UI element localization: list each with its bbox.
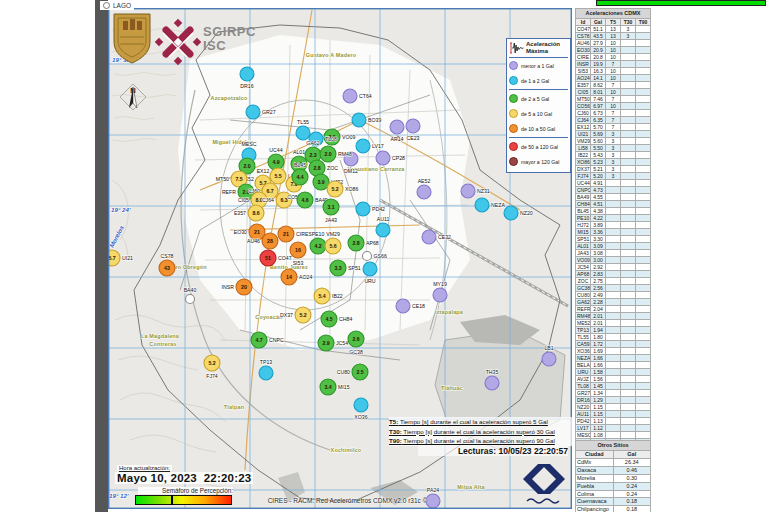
station-marker[interactable]: [461, 184, 475, 198]
table-row: GA622.28: [576, 299, 651, 306]
station-label: CS78: [161, 253, 174, 259]
lago-checkbox-icon[interactable]: [103, 2, 110, 9]
station-label: VM29: [326, 231, 340, 237]
legend-color-dot: [509, 157, 518, 166]
station-value: 21: [283, 231, 289, 237]
station-label: XO86: [345, 186, 358, 192]
station-label: AP68: [366, 240, 379, 246]
station-TP13[interactable]: TP13: [259, 359, 273, 381]
station-marker[interactable]: [542, 352, 556, 366]
station-value: 5.4: [318, 293, 325, 299]
station-marker[interactable]: [390, 120, 404, 134]
lago-label: LAGO: [113, 2, 131, 9]
station-value: 4.5: [325, 316, 332, 322]
station-label: UC44: [269, 147, 282, 153]
station-MY19[interactable]: MY19: [433, 281, 447, 303]
station-VM29[interactable]: 5.6VM29: [325, 231, 341, 255]
station-marker[interactable]: [354, 398, 368, 412]
station-BL45[interactable]: 4.4BL45: [292, 162, 308, 186]
station-value: 2.0: [324, 151, 331, 157]
coordinate-label: 19° 24': [111, 206, 131, 213]
station-value: 5.7: [108, 255, 115, 261]
station-marker[interactable]: [356, 202, 370, 216]
station-label: BL45: [294, 162, 306, 168]
table-row: NEZA1.66: [576, 355, 651, 362]
station-AR14[interactable]: AR14: [390, 120, 404, 142]
legend-color-dot: [509, 94, 518, 103]
station-GA62[interactable]: 2.3GA62: [305, 140, 321, 164]
sgirpc-line2: ISC: [203, 39, 256, 53]
table-header-row: IdGalT5T30T90: [576, 19, 651, 26]
station-XO36[interactable]: XO36: [354, 398, 368, 420]
table-row: HJ723.89: [576, 222, 651, 229]
table-row: BA494.55: [576, 194, 651, 201]
station-label: BO39: [368, 117, 381, 123]
station-marker[interactable]: [475, 198, 489, 212]
station-marker[interactable]: [376, 223, 390, 237]
station-marker[interactable]: [259, 366, 273, 380]
station-AE52[interactable]: AE52: [417, 178, 431, 200]
station-label: UI21: [122, 255, 133, 261]
station-marker[interactable]: [296, 126, 310, 140]
table-row: AP682.83: [576, 271, 651, 278]
station-UC44[interactable]: 4.9UC44: [268, 147, 284, 171]
station-label: FJ74: [206, 373, 218, 379]
station-value: 5.5: [274, 173, 281, 179]
station-value: 3.1: [327, 204, 334, 210]
table-row: Colima0.24: [576, 490, 651, 498]
station-marker[interactable]: [376, 151, 390, 165]
table-row: CO566.9710: [576, 103, 651, 110]
station-marker[interactable]: [417, 185, 431, 199]
station-marker[interactable]: [343, 89, 357, 103]
station-value: 16: [295, 247, 301, 253]
table-row: CA591.72: [576, 341, 651, 348]
station-AU11[interactable]: AU11: [376, 216, 390, 238]
station-PE10[interactable]: 4.2PE10: [310, 231, 326, 255]
legend-item: mayor a 120 Gal: [509, 154, 568, 169]
station-marker[interactable]: [396, 299, 410, 313]
station-CE23[interactable]: CE23: [406, 119, 420, 141]
station-marker[interactable]: [485, 376, 499, 390]
table-row: VM295.603: [576, 138, 651, 145]
station-value: 2.8: [313, 165, 320, 171]
station-label: PD42: [372, 206, 385, 212]
station-URU[interactable]: URU: [363, 262, 377, 284]
station-marker[interactable]: [356, 139, 370, 153]
station-marker[interactable]: [433, 288, 447, 302]
station-label: AO24: [299, 274, 312, 280]
station-label: AU11: [377, 216, 390, 222]
station-GC38[interactable]: 2.6GC38: [348, 331, 364, 355]
station-marker[interactable]: [352, 113, 366, 127]
station-marker[interactable]: [246, 105, 260, 119]
station-marker[interactable]: [240, 67, 254, 81]
station-marker[interactable]: [363, 262, 377, 276]
station-label: CT64: [359, 93, 372, 99]
legend-item: de 10 a 50 Gal: [509, 121, 568, 136]
station-label: EX12: [257, 168, 270, 174]
station-marker[interactable]: [363, 252, 372, 261]
station-CS78[interactable]: 43CS78: [159, 253, 175, 277]
station-value: 5.2: [208, 360, 215, 366]
station-TH35[interactable]: TH35: [485, 369, 499, 391]
station-FJ74[interactable]: 5.2FJ74: [204, 355, 220, 379]
station-TL55[interactable]: TL55: [296, 119, 310, 141]
station-marker[interactable]: [422, 230, 436, 244]
borough-label: Azcapotzalco: [211, 95, 248, 101]
lago-layer-toggle[interactable]: LAGO: [100, 1, 134, 10]
station-DR16[interactable]: DR16: [240, 67, 254, 89]
threshold-note-line: T5: Tiempo [s] durante el cual la aceler…: [389, 417, 575, 427]
station-label: MY19: [433, 281, 447, 287]
station-JA43[interactable]: 3.1JA43: [323, 199, 339, 223]
station-marker[interactable]: [504, 206, 518, 220]
legend-color-dot: [509, 61, 518, 70]
station-AL01[interactable]: 3.1AL01: [291, 149, 307, 173]
station-label: RM48: [338, 151, 352, 157]
legend-title: Aceleración Máxima: [509, 41, 568, 58]
station-marker[interactable]: [186, 295, 195, 304]
station-label: CE18: [412, 303, 425, 309]
coordinate-label: 19° 12': [109, 492, 129, 499]
station-marker[interactable]: [406, 119, 420, 133]
station-value: 2.8: [352, 240, 359, 246]
borough-label: Gustavo A Madero: [306, 52, 357, 58]
legend-item-label: de 50 a 120 Gal: [521, 144, 558, 150]
